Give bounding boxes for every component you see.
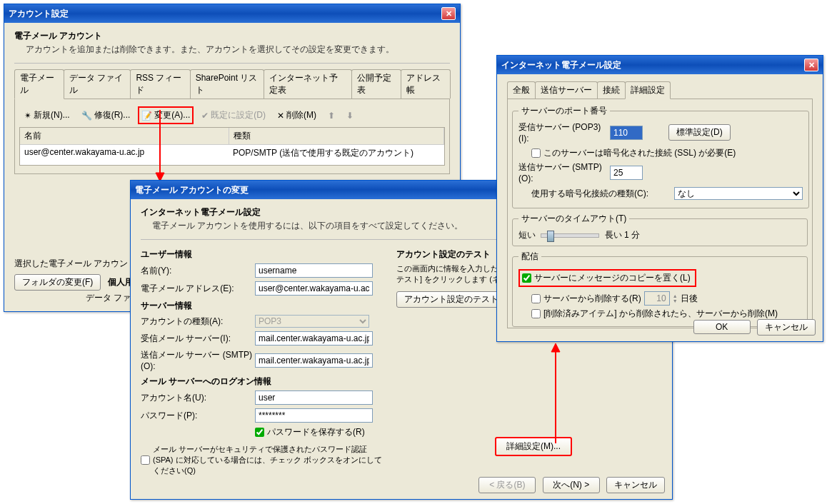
name-label: 名前(Y): xyxy=(141,265,255,277)
col-type[interactable]: 種類 xyxy=(229,128,444,144)
tab-datafile[interactable]: データ ファイル xyxy=(64,69,131,99)
titlebar-1: アカウント設定 ✕ xyxy=(4,4,460,23)
down-icon[interactable]: ⬇ xyxy=(343,109,357,123)
title-1: アカウント設定 xyxy=(9,8,69,20)
col-name[interactable]: 名前 xyxy=(20,128,229,144)
outsrv-label: 送信メール サーバー (SMTP)(O): xyxy=(141,349,255,371)
password-input[interactable] xyxy=(255,408,373,423)
outgoing-server-input[interactable] xyxy=(255,353,373,368)
cancel-button[interactable]: キャンセル xyxy=(606,477,665,493)
x-icon: ✕ xyxy=(277,111,284,121)
default-button[interactable]: ✔既定に設定(D) xyxy=(198,107,269,124)
next-button[interactable]: 次へ(N) > xyxy=(543,477,600,493)
folder-change-button[interactable]: フォルダの変更(F) xyxy=(14,274,101,291)
ssl-checkbox[interactable] xyxy=(531,148,541,158)
sec-server: サーバー情報 xyxy=(141,300,384,312)
close-icon[interactable]: ✕ xyxy=(441,7,456,20)
acct-type-label: アカウントの種類(A): xyxy=(141,316,255,328)
new-button[interactable]: ✴新規(N)... xyxy=(21,107,74,124)
tab-pubcal[interactable]: 公開予定表 xyxy=(351,69,401,99)
leave-copy-checkbox[interactable] xyxy=(522,273,531,283)
pop3-label: 受信サーバー (POP3)(I): xyxy=(518,121,610,143)
arrow-icon-1 xyxy=(153,110,167,183)
name-input[interactable] xyxy=(255,263,373,278)
cancel-button-3[interactable]: キャンセル xyxy=(757,319,816,336)
title-3: インターネット電子メール設定 xyxy=(501,59,621,71)
check-icon: ✔ xyxy=(201,111,209,121)
days-input xyxy=(644,291,670,306)
long-label: 長い 1 分 xyxy=(605,230,640,240)
table-row[interactable]: user@center.wakayama-u.ac.jp POP/SMTP (送… xyxy=(20,145,444,161)
username-input[interactable] xyxy=(255,390,373,405)
sub-1: アカウントを追加または削除できます。また、アカウントを選択してその設定を変更でき… xyxy=(26,44,450,56)
smtp-port-input[interactable] xyxy=(610,166,643,180)
titlebar-3: インターネット電子メール設定 ✕ xyxy=(497,56,823,74)
save-pw-label: パスワードを保存する(R) xyxy=(267,426,365,438)
delivery-legend: 配信 xyxy=(518,251,541,263)
tab-sharepoint[interactable]: SharePoint リスト xyxy=(190,69,265,99)
pop3-port-input[interactable] xyxy=(610,126,643,140)
close-icon[interactable]: ✕ xyxy=(804,59,818,71)
cell-name: user@center.wakayama-u.ac.jp xyxy=(20,145,229,161)
pw-label: パスワード(P): xyxy=(141,410,255,422)
user-label: アカウント名(U): xyxy=(141,392,255,404)
port-legend: サーバーのポート番号 xyxy=(518,105,610,117)
tab-general[interactable]: 全般 xyxy=(507,81,536,99)
tab-email[interactable]: 電子メール xyxy=(14,69,64,99)
leave-copy-label: サーバーにメッセージのコピーを置く(L) xyxy=(534,272,691,284)
up-icon[interactable]: ⬆ xyxy=(324,109,339,123)
encryption-select[interactable]: なし xyxy=(674,187,803,200)
title-2: 電子メール アカウントの変更 xyxy=(135,184,249,196)
account-type-select: POP3 xyxy=(255,315,369,328)
wrench-icon: 🔧 xyxy=(81,111,92,121)
tab-netcal[interactable]: インターネット予定表 xyxy=(264,69,352,99)
remove-button[interactable]: ✕削除(M) xyxy=(274,107,320,124)
tab-rss[interactable]: RSS フィード xyxy=(130,69,190,99)
incoming-server-input[interactable] xyxy=(255,331,373,346)
repair-button[interactable]: 🔧修復(R)... xyxy=(78,107,134,124)
email-label: 電子メール アドレス(E): xyxy=(141,283,255,295)
smtp-label: 送信サーバー (SMTP)(O): xyxy=(518,161,610,183)
ssl-label: このサーバーは暗号化された接続 (SSL) が必要(E) xyxy=(543,147,736,159)
spa-checkbox[interactable] xyxy=(141,455,150,465)
internet-email-settings-window: インターネット電子メール設定 ✕ 全般 送信サーバー 接続 詳細設定 サーバーの… xyxy=(496,55,823,342)
edit-icon: 📝 xyxy=(141,111,152,121)
remove-after-label: サーバーから削除する(R) xyxy=(543,293,641,305)
ok-button[interactable]: OK xyxy=(693,320,751,334)
tab-address[interactable]: アドレス帳 xyxy=(401,69,451,99)
email-input[interactable] xyxy=(255,281,373,296)
tab-advanced[interactable]: 詳細設定 xyxy=(625,81,671,99)
arrow-icon-2 xyxy=(548,343,563,443)
timeout-slider[interactable] xyxy=(541,233,599,238)
timeout-legend: サーバーのタイムアウト(T) xyxy=(518,213,629,225)
spinner-icon: ▲▼ xyxy=(673,293,678,303)
sparkle-icon: ✴ xyxy=(24,111,31,121)
standard-button[interactable]: 標準設定(D) xyxy=(668,124,731,141)
short-label: 短い xyxy=(518,230,536,240)
save-pw-checkbox[interactable] xyxy=(255,428,264,437)
cell-type: POP/SMTP (送信で使用する既定のアカウント) xyxy=(229,145,444,161)
enc-label: 使用する暗号化接続の種類(C): xyxy=(531,188,674,200)
sec-user: ユーザー情報 xyxy=(141,248,384,261)
remove-after-checkbox[interactable] xyxy=(531,294,541,303)
back-button: < 戻る(B) xyxy=(478,477,536,493)
header-1: 電子メール アカウント xyxy=(14,30,450,42)
sec-logon: メール サーバーへのログオン情報 xyxy=(141,376,384,388)
insrv-label: 受信メール サーバー(I): xyxy=(141,333,255,345)
tab-outgoing[interactable]: 送信サーバー xyxy=(535,81,598,99)
tab-connection[interactable]: 接続 xyxy=(597,81,626,99)
days-label: 日後 xyxy=(681,293,698,305)
